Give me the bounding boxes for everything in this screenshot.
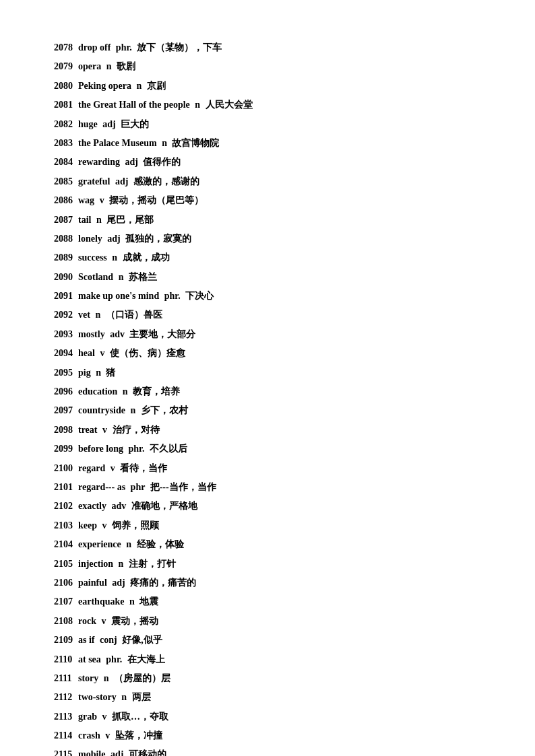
entry-word: lonely xyxy=(78,232,102,246)
entry-pos: v xyxy=(100,710,109,724)
entry-number: 2106 xyxy=(54,576,78,590)
list-item: 2080 Peking opera n 京剧 xyxy=(54,79,481,94)
entry-meaning: 苏格兰 xyxy=(129,270,157,285)
entry-meaning: 经验，体验 xyxy=(137,537,184,552)
entry-number: 2087 xyxy=(54,213,78,228)
entry-meaning: 坠落，冲撞 xyxy=(115,728,162,743)
entry-number: 2114 xyxy=(54,728,78,743)
list-item: 2107 earthquake n 地震 xyxy=(54,594,481,609)
entry-pos: n xyxy=(116,557,126,572)
entry-number: 2094 xyxy=(54,346,78,361)
list-item: 2114 crash v 坠落，冲撞 xyxy=(54,728,481,743)
entry-pos: n xyxy=(128,403,138,418)
entry-pos: adj xyxy=(105,232,123,246)
list-item: 2096 education n 教育，培养 xyxy=(54,384,481,399)
entry-meaning: 主要地，大部分 xyxy=(129,327,195,342)
list-item: 2112 two-story n 两层 xyxy=(54,690,481,705)
entry-word: education xyxy=(78,384,117,399)
list-item: 2113 grab v 抓取…，夺取 xyxy=(54,710,481,724)
entry-number: 2097 xyxy=(54,403,78,418)
entry-number: 2100 xyxy=(54,461,78,476)
entry-meaning: 疼痛的，痛苦的 xyxy=(130,576,196,590)
entry-pos: n xyxy=(104,59,114,74)
list-item: 2100 regard v 看待，当作 xyxy=(54,461,481,476)
list-item: 2098 treat v 治疗，对待 xyxy=(54,423,481,438)
entry-pos: n xyxy=(160,136,170,151)
entry-meaning: 京剧 xyxy=(147,79,166,94)
entry-meaning: 在大海上 xyxy=(127,652,165,667)
entry-number: 2091 xyxy=(54,289,78,304)
entry-pos: phr. xyxy=(113,40,134,55)
entry-meaning: 准确地，严格地 xyxy=(131,499,197,514)
entry-pos: n xyxy=(127,594,137,609)
entry-meaning: 故宫博物院 xyxy=(172,136,219,151)
entry-word: keep xyxy=(78,518,97,533)
entry-word: success xyxy=(78,250,107,265)
entry-word: earthquake xyxy=(78,594,124,609)
entry-pos: phr xyxy=(128,480,148,495)
entry-meaning: 教育，培养 xyxy=(133,384,180,399)
entry-word: tail xyxy=(78,213,91,228)
entry-word: two-story xyxy=(78,690,117,705)
entry-pos: phr. xyxy=(104,652,125,667)
entry-word: at sea xyxy=(78,652,101,667)
entry-meaning: （口语）兽医 xyxy=(106,308,162,322)
entry-meaning: 震动，摇动 xyxy=(111,614,158,629)
entry-number: 2079 xyxy=(54,59,78,74)
entry-number: 2113 xyxy=(54,710,78,724)
list-item: 2092 vet n （口语）兽医 xyxy=(54,308,481,322)
entry-number: 2084 xyxy=(54,155,78,170)
entry-word: make up one's mind xyxy=(78,289,159,304)
list-item: 2106 painful adj 疼痛的，痛苦的 xyxy=(54,576,481,590)
entry-word: heal xyxy=(78,346,95,361)
entry-number: 2104 xyxy=(54,537,78,552)
entry-number: 2107 xyxy=(54,594,78,609)
entry-word: before long xyxy=(78,442,123,456)
list-item: 2110 at sea phr. 在大海上 xyxy=(54,652,481,667)
entry-pos: v xyxy=(108,461,117,476)
list-item: 2078 drop off phr. 放下（某物），下车 xyxy=(54,40,481,55)
list-item: 2088 lonely adj 孤独的，寂寞的 xyxy=(54,232,481,246)
entry-pos: adj xyxy=(113,174,130,189)
entry-pos: v xyxy=(99,614,108,629)
list-item: 2093 mostly adv 主要地，大部分 xyxy=(54,327,481,342)
entry-word: exactly xyxy=(78,499,106,514)
entry-pos: phr. xyxy=(162,289,183,304)
entry-pos: adv xyxy=(108,327,127,342)
entry-meaning: 乡下，农村 xyxy=(141,403,188,418)
entry-number: 2110 xyxy=(54,652,78,667)
entry-pos: n xyxy=(124,537,134,552)
entry-meaning: 看待，当作 xyxy=(120,461,167,476)
entry-word: experience xyxy=(78,537,121,552)
entry-pos: v xyxy=(100,423,110,438)
entry-pos: n xyxy=(101,671,111,686)
entry-meaning: 抓取…，夺取 xyxy=(112,710,168,724)
entry-number: 2093 xyxy=(54,327,78,342)
list-item: 2087 tail n 尾巴，尾部 xyxy=(54,213,481,228)
entry-word: Peking opera xyxy=(78,79,131,94)
entry-word: countryside xyxy=(78,403,125,418)
entry-pos: n xyxy=(93,308,103,322)
entry-meaning: 值得作的 xyxy=(143,155,181,170)
entry-word: mostly xyxy=(78,327,105,342)
entry-meaning: 巨大的 xyxy=(121,117,149,132)
entry-word: painful xyxy=(78,576,107,590)
entry-word: grab xyxy=(78,710,97,724)
entry-number: 2102 xyxy=(54,499,78,514)
entry-word: grateful xyxy=(78,174,110,189)
entry-pos: phr. xyxy=(126,442,147,456)
list-item: 2083 the Palace Museum n 故宫博物院 xyxy=(54,136,481,151)
entry-word: the Palace Museum xyxy=(78,136,157,151)
entry-number: 2080 xyxy=(54,79,78,94)
list-item: 2082 huge adj 巨大的 xyxy=(54,117,481,132)
entry-pos: adj xyxy=(108,747,125,756)
entry-word: rewarding xyxy=(78,155,120,170)
list-item: 2103 keep v 饲养，照顾 xyxy=(54,518,481,533)
entry-meaning: 猪 xyxy=(106,366,115,380)
entry-number: 2099 xyxy=(54,442,78,456)
entry-meaning: 好像,似乎 xyxy=(122,633,162,648)
list-item: 2099 before long phr. 不久以后 xyxy=(54,442,481,456)
entry-pos: v xyxy=(100,518,109,533)
entry-word: treat xyxy=(78,423,98,438)
list-item: 2085 grateful adj 感激的，感谢的 xyxy=(54,174,481,189)
